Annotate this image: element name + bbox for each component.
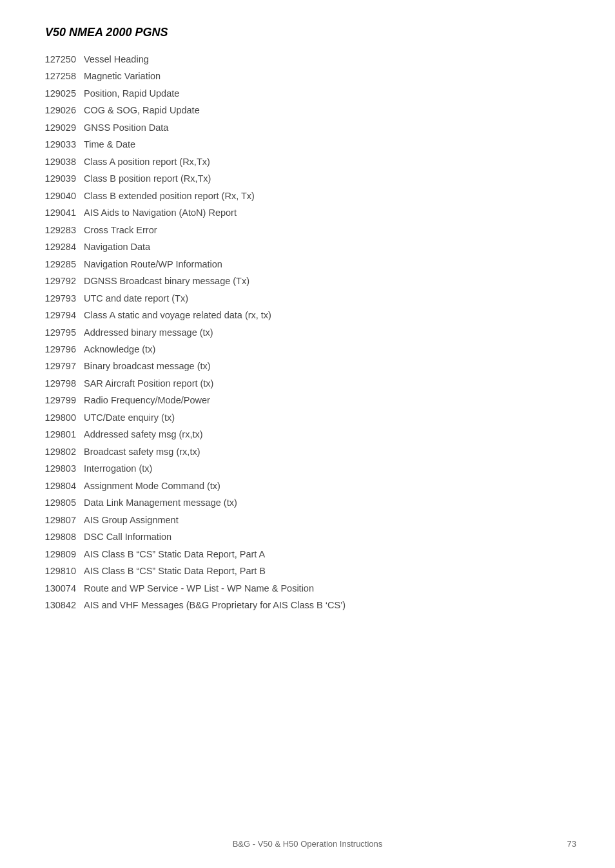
pgn-description: AIS and VHF Messages (B&G Proprietary fo… [84,598,346,612]
pgn-description: Magnetic Variation [84,69,161,83]
pgn-description: Cross Track Error [84,223,157,237]
list-item: 129795Addressed binary message (tx) [39,324,576,341]
pgn-number: 129039 [39,171,84,186]
list-item: 129038Class A position report (Rx,Tx) [39,153,576,170]
pgn-number: 129284 [39,240,84,254]
pgn-number: 129033 [39,137,84,151]
pgn-list: 127250Vessel Heading127258Magnetic Varia… [39,51,576,613]
pgn-number: 129804 [39,479,84,493]
pgn-description: Navigation Data [84,240,150,254]
pgn-number: 129807 [39,513,84,527]
pgn-description: Navigation Route/WP Information [84,257,222,271]
list-item: 129804Assignment Mode Command (tx) [39,477,576,494]
pgn-number: 129029 [39,121,84,135]
pgn-description: AIS Group Assignment [84,513,179,527]
pgn-description: Time & Date [84,137,135,151]
pgn-description: Vessel Heading [84,52,149,66]
list-item: 129041AIS Aids to Navigation (AtoN) Repo… [39,204,576,221]
list-item: 129809AIS Class B “CS” Static Data Repor… [39,546,576,563]
pgn-number: 129796 [39,342,84,356]
pgn-description: Binary broadcast message (tx) [84,359,211,373]
pgn-description: Class A static and voyage related data (… [84,308,271,322]
pgn-number: 129810 [39,564,84,578]
pgn-description: GNSS Position Data [84,121,168,135]
list-item: 129793UTC and date report (Tx) [39,290,576,307]
pgn-number: 129809 [39,547,84,561]
list-item: 129802Broadcast safety msg (rx,tx) [39,443,576,460]
pgn-description: Assignment Mode Command (tx) [84,479,220,493]
pgn-description: COG & SOG, Rapid Update [84,103,200,117]
pgn-description: Addressed safety msg (rx,tx) [84,427,203,441]
list-item: 129792DGNSS Broadcast binary message (Tx… [39,273,576,289]
list-item: 129040Class B extended position report (… [39,188,576,204]
pgn-number: 129794 [39,308,84,322]
pgn-description: AIS Class B “CS” Static Data Report, Par… [84,564,266,578]
pgn-description: Addressed binary message (tx) [84,325,213,340]
list-item: 127258Magnetic Variation [39,68,576,84]
pgn-number: 129025 [39,86,84,101]
pgn-description: Interrogation (tx) [84,461,152,476]
pgn-number: 127250 [39,52,84,66]
pgn-number: 129040 [39,189,84,203]
pgn-number: 129797 [39,359,84,373]
pgn-description: Data Link Management message (tx) [84,496,237,510]
pgn-number: 127258 [39,69,84,83]
pgn-description: Route and WP Service - WP List - WP Name… [84,581,314,595]
list-item: 129794Class A static and voyage related … [39,307,576,323]
pgn-number: 129808 [39,530,84,544]
page-footer: B&G - V50 & H50 Operation Instructions 7… [0,839,615,849]
list-item: 129800UTC/Date enquiry (tx) [39,409,576,426]
list-item: 129285Navigation Route/WP Information [39,256,576,273]
list-item: 129033Time & Date [39,136,576,153]
list-item: 129797Binary broadcast message (tx) [39,358,576,374]
list-item: 130842AIS and VHF Messages (B&G Propriet… [39,597,576,613]
pgn-number: 129799 [39,393,84,407]
list-item: 129805Data Link Management message (tx) [39,494,576,511]
pgn-number: 129283 [39,223,84,237]
pgn-description: Radio Frequency/Mode/Power [84,393,210,407]
list-item: 129807AIS Group Assignment [39,512,576,528]
pgn-number: 129801 [39,427,84,441]
list-item: 129799Radio Frequency/Mode/Power [39,392,576,409]
pgn-number: 129795 [39,325,84,340]
pgn-number: 130074 [39,581,84,595]
list-item: 129026COG & SOG, Rapid Update [39,102,576,119]
pgn-description: SAR Aircraft Position report (tx) [84,376,213,391]
list-item: 129810AIS Class B “CS” Static Data Repor… [39,563,576,579]
pgn-description: AIS Aids to Navigation (AtoN) Report [84,206,237,220]
pgn-number: 129793 [39,291,84,305]
pgn-number: 129285 [39,257,84,271]
pgn-number: 129041 [39,206,84,220]
pgn-number: 129798 [39,376,84,391]
list-item: 129025Position, Rapid Update [39,85,576,102]
list-item: 129283Cross Track Error [39,222,576,238]
footer-page-number: 73 [567,839,576,849]
pgn-description: UTC and date report (Tx) [84,291,188,305]
pgn-number: 129792 [39,274,84,288]
footer-text: B&G - V50 & H50 Operation Instructions [233,839,383,849]
list-item: 129808DSC Call Information [39,528,576,545]
list-item: 129284Navigation Data [39,238,576,255]
pgn-number: 129038 [39,155,84,169]
page-title: V50 NMEA 2000 PGNS [45,26,576,39]
pgn-number: 129805 [39,496,84,510]
list-item: 129796Acknowledge (tx) [39,341,576,358]
pgn-number: 129800 [39,410,84,425]
list-item: 129801Addressed safety msg (rx,tx) [39,426,576,443]
pgn-number: 130842 [39,598,84,612]
page-container: V50 NMEA 2000 PGNS 127250Vessel Heading1… [0,0,615,868]
list-item: 129798SAR Aircraft Position report (tx) [39,375,576,392]
pgn-description: DGNSS Broadcast binary message (Tx) [84,274,249,288]
list-item: 130074Route and WP Service - WP List - W… [39,580,576,597]
pgn-number: 129026 [39,103,84,117]
pgn-number: 129802 [39,445,84,459]
pgn-description: AIS Class B “CS” Static Data Report, Par… [84,547,265,561]
pgn-description: Class B extended position report (Rx, Tx… [84,189,255,203]
list-item: 129039Class B position report (Rx,Tx) [39,170,576,187]
list-item: 127250Vessel Heading [39,51,576,68]
list-item: 129029GNSS Position Data [39,119,576,136]
list-item: 129803Interrogation (tx) [39,460,576,477]
pgn-description: Acknowledge (tx) [84,342,155,356]
pgn-description: Broadcast safety msg (rx,tx) [84,445,200,459]
pgn-description: DSC Call Information [84,530,171,544]
